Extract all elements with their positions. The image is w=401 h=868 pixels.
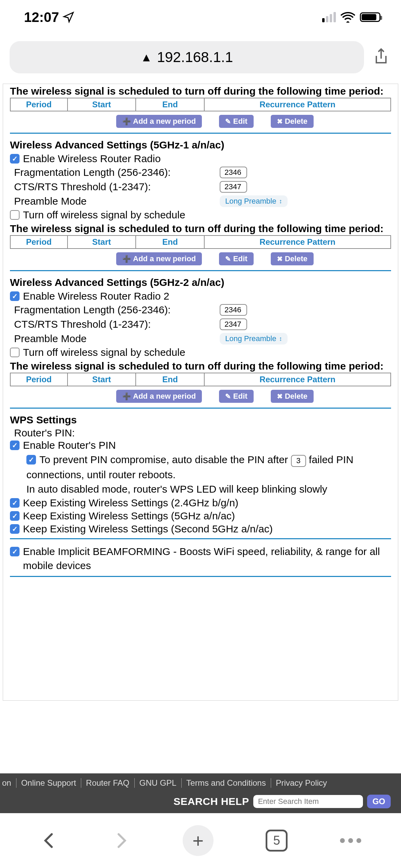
tab-count: 5 — [266, 830, 288, 852]
insecure-icon: ▲ — [141, 51, 152, 64]
edit-button[interactable]: ✎Edit — [219, 252, 254, 265]
enable-radio-label: Enable Wireless Router Radio — [23, 153, 161, 165]
battery-icon — [360, 12, 380, 22]
add-period-button[interactable]: ➕Add a new period — [116, 115, 202, 128]
add-period-button[interactable]: ➕Add a new period — [116, 390, 202, 403]
wifi-icon — [341, 12, 355, 23]
cts-label: CTS/RTS Threshold (1-2347): — [14, 181, 220, 193]
footer-link[interactable]: GNU GPL — [135, 778, 182, 788]
forward-button[interactable] — [111, 831, 131, 850]
chevron-updown-icon: ↕ — [279, 198, 282, 205]
search-go-button[interactable]: GO — [367, 795, 391, 808]
keep-5-checkbox[interactable]: ✓ — [10, 511, 20, 521]
x-icon: ✖ — [277, 117, 283, 125]
schedule-heading: The wireless signal is scheduled to turn… — [10, 359, 391, 373]
footer-link[interactable]: Privacy Policy — [271, 778, 332, 788]
keep-24-checkbox[interactable]: ✓ — [10, 498, 20, 508]
footer-links: on Online Support Router FAQ GNU GPL Ter… — [0, 778, 401, 795]
chevron-updown-icon: ↕ — [279, 335, 282, 342]
footer-link[interactable]: on — [0, 778, 16, 788]
enable-pin-label: Enable Router's PIN — [23, 439, 116, 451]
router-pin-label: Router's PIN: — [10, 427, 391, 439]
menu-button[interactable] — [340, 838, 361, 843]
col-start: Start — [68, 98, 136, 111]
new-tab-button[interactable]: + — [183, 825, 214, 856]
enable-radio2-label: Enable Wireless Router Radio 2 — [23, 290, 169, 302]
footer-link[interactable]: Router FAQ — [81, 778, 135, 788]
page-footer: on Online Support Router FAQ GNU GPL Ter… — [0, 773, 401, 813]
footer-link[interactable]: Online Support — [16, 778, 81, 788]
delete-button[interactable]: ✖Delete — [271, 390, 314, 403]
cts-input[interactable]: 2347 — [220, 181, 247, 193]
search-help-label: SEARCH HELP — [173, 796, 249, 807]
plus-icon: ➕ — [122, 117, 131, 125]
browser-toolbar: + 5 — [0, 813, 401, 868]
frag-label: Fragmentation Length (256-2346): — [14, 304, 220, 316]
keep-5-label: Keep Existing Wireless Settings (5GHz a/… — [23, 510, 235, 522]
schedule-table: Period Start End Recurrence Pattern — [10, 235, 391, 249]
add-period-button[interactable]: ➕Add a new period — [116, 252, 202, 265]
turnoff-schedule-checkbox[interactable] — [10, 210, 20, 220]
section-title-5ghz1: Wireless Advanced Settings (5GHz-1 a/n/a… — [10, 138, 391, 152]
cts-label: CTS/RTS Threshold (1-2347): — [14, 318, 220, 330]
status-time: 12:07 — [24, 10, 59, 25]
share-button[interactable] — [371, 48, 391, 67]
schedule-heading: The wireless signal is scheduled to turn… — [10, 221, 391, 235]
beamforming-label: Enable Implicit BEAMFORMING - Boosts WiF… — [23, 545, 391, 572]
frag-input[interactable]: 2346 — [220, 167, 247, 178]
enable-radio-checkbox[interactable]: ✓ — [10, 154, 20, 164]
schedule-heading: The wireless signal is scheduled to turn… — [10, 84, 391, 98]
x-icon: ✖ — [277, 392, 283, 400]
frag-label: Fragmentation Length (256-2346): — [14, 167, 220, 178]
preamble-select[interactable]: Long Preamble↕ — [220, 195, 288, 207]
turnoff-label: Turn off wireless signal by schedule — [23, 209, 185, 221]
schedule-table: Period Start End Recurrence Pattern — [10, 373, 391, 386]
beamforming-checkbox[interactable]: ✓ — [10, 547, 20, 556]
turnoff-label: Turn off wireless signal by schedule — [23, 347, 185, 358]
plus-icon: ➕ — [122, 255, 131, 263]
plus-icon: ➕ — [122, 392, 131, 400]
failed-pin-input[interactable]: 3 — [291, 455, 306, 467]
preamble-label: Preamble Mode — [14, 195, 220, 207]
more-icon — [340, 838, 361, 843]
status-bar: 12:07 — [0, 0, 401, 34]
section-title-5ghz2: Wireless Advanced Settings (5GHz-2 a/n/a… — [10, 276, 391, 290]
wps-title: WPS Settings — [10, 413, 391, 427]
delete-button[interactable]: ✖Delete — [271, 252, 314, 265]
tabs-button[interactable]: 5 — [266, 830, 288, 852]
cellular-icon — [322, 12, 336, 22]
edit-button[interactable]: ✎Edit — [219, 390, 254, 403]
edit-button[interactable]: ✎Edit — [219, 115, 254, 128]
auto-disable-line2: connections, until router reboots. — [26, 468, 391, 482]
cts-input[interactable]: 2347 — [220, 318, 247, 330]
frag-input[interactable]: 2346 — [220, 304, 247, 316]
turnoff-schedule-checkbox[interactable] — [10, 348, 20, 357]
col-period: Period — [10, 98, 68, 111]
pencil-icon: ✎ — [225, 255, 231, 263]
address-text: 192.168.1.1 — [157, 49, 233, 65]
auto-disable-line3: In auto disabled mode, router's WPS LED … — [26, 482, 391, 496]
pencil-icon: ✎ — [225, 117, 231, 125]
delete-button[interactable]: ✖Delete — [271, 115, 314, 128]
plus-icon: + — [183, 825, 214, 856]
auto-disable-pin-checkbox[interactable]: ✓ — [26, 455, 36, 465]
back-button[interactable] — [40, 831, 59, 850]
footer-link[interactable]: Terms and Conditions — [182, 778, 271, 788]
col-end: End — [136, 98, 204, 111]
keep-24-label: Keep Existing Wireless Settings (2.4GHz … — [23, 497, 239, 509]
pencil-icon: ✎ — [225, 392, 231, 400]
col-recurrence: Recurrence Pattern — [204, 98, 391, 111]
schedule-table: Period Start End Recurrence Pattern — [10, 98, 391, 111]
search-help-input[interactable] — [253, 795, 363, 808]
enable-radio2-checkbox[interactable]: ✓ — [10, 291, 20, 301]
preamble-label: Preamble Mode — [14, 333, 220, 345]
x-icon: ✖ — [277, 255, 283, 263]
address-bar[interactable]: ▲ 192.168.1.1 — [10, 41, 364, 73]
location-icon — [62, 11, 75, 23]
enable-pin-checkbox[interactable]: ✓ — [10, 441, 20, 450]
preamble-select[interactable]: Long Preamble↕ — [220, 333, 288, 345]
auto-disable-text: To prevent PIN compromise, auto disable … — [39, 453, 353, 467]
keep-5b-label: Keep Existing Wireless Settings (Second … — [23, 523, 273, 535]
keep-5b-checkbox[interactable]: ✓ — [10, 524, 20, 534]
